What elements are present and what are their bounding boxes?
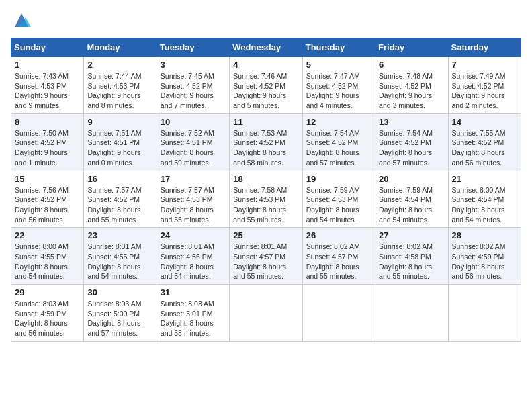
day-number: 17: [161, 174, 226, 184]
day-number: 29: [15, 287, 80, 298]
day-info: Sunrise: 7:43 AM Sunset: 4:53 PM Dayligh…: [15, 71, 80, 111]
calendar-cell: 26 Sunrise: 8:02 AM Sunset: 4:57 PM Dayl…: [302, 228, 375, 285]
calendar-cell: 1 Sunrise: 7:43 AM Sunset: 4:53 PM Dayli…: [11, 57, 84, 114]
calendar-cell: 27 Sunrise: 8:02 AM Sunset: 4:58 PM Dayl…: [375, 228, 448, 285]
day-number: 6: [379, 60, 444, 70]
calendar-cell: 3 Sunrise: 7:45 AM Sunset: 4:52 PM Dayli…: [157, 57, 229, 114]
calendar-cell: 30 Sunrise: 8:03 AM Sunset: 5:00 PM Dayl…: [84, 285, 157, 342]
day-info: Sunrise: 8:03 AM Sunset: 5:01 PM Dayligh…: [161, 299, 226, 338]
day-info: Sunrise: 7:59 AM Sunset: 4:53 PM Dayligh…: [306, 185, 371, 225]
day-number: 11: [233, 117, 298, 127]
day-number: 23: [87, 230, 152, 240]
day-info: Sunrise: 7:45 AM Sunset: 4:52 PM Dayligh…: [161, 71, 226, 111]
day-number: 20: [379, 174, 444, 184]
day-number: 24: [161, 230, 226, 240]
calendar-cell: 22 Sunrise: 8:00 AM Sunset: 4:55 PM Dayl…: [11, 228, 84, 285]
calendar-cell: 4 Sunrise: 7:46 AM Sunset: 4:52 PM Dayli…: [230, 57, 302, 114]
weekday-header-saturday: Saturday: [448, 38, 521, 57]
calendar-cell: 15 Sunrise: 7:56 AM Sunset: 4:52 PM Dayl…: [11, 171, 84, 228]
calendar-cell: 25 Sunrise: 8:01 AM Sunset: 4:57 PM Dayl…: [230, 228, 302, 285]
weekday-header-monday: Monday: [84, 38, 157, 57]
weekday-header-wednesday: Wednesday: [230, 38, 302, 57]
calendar-cell: 24 Sunrise: 8:01 AM Sunset: 4:56 PM Dayl…: [157, 228, 229, 285]
calendar-cell: 16 Sunrise: 7:57 AM Sunset: 4:52 PM Dayl…: [84, 171, 157, 228]
day-info: Sunrise: 8:03 AM Sunset: 4:59 PM Dayligh…: [15, 299, 80, 338]
calendar-cell: 12 Sunrise: 7:54 AM Sunset: 4:52 PM Dayl…: [302, 113, 375, 171]
calendar-cell: 18 Sunrise: 7:58 AM Sunset: 4:53 PM Dayl…: [230, 171, 302, 228]
day-number: 5: [306, 60, 371, 70]
day-info: Sunrise: 7:57 AM Sunset: 4:53 PM Dayligh…: [161, 185, 226, 225]
calendar-cell: 10 Sunrise: 7:52 AM Sunset: 4:51 PM Dayl…: [157, 113, 229, 171]
weekday-header-friday: Friday: [375, 38, 448, 57]
calendar-week-row: 29 Sunrise: 8:03 AM Sunset: 4:59 PM Dayl…: [11, 285, 521, 342]
day-info: Sunrise: 7:44 AM Sunset: 4:53 PM Dayligh…: [87, 71, 152, 111]
calendar-cell: 28 Sunrise: 8:02 AM Sunset: 4:59 PM Dayl…: [448, 228, 521, 285]
calendar-cell: 17 Sunrise: 7:57 AM Sunset: 4:53 PM Dayl…: [157, 171, 229, 228]
calendar-cell: [448, 285, 521, 342]
calendar-cell: 11 Sunrise: 7:53 AM Sunset: 4:52 PM Dayl…: [230, 113, 302, 171]
day-number: 2: [87, 60, 152, 70]
calendar-cell: 19 Sunrise: 7:59 AM Sunset: 4:53 PM Dayl…: [302, 171, 375, 228]
day-info: Sunrise: 8:00 AM Sunset: 4:55 PM Dayligh…: [15, 242, 80, 281]
calendar-cell: [302, 285, 375, 342]
day-info: Sunrise: 7:52 AM Sunset: 4:51 PM Dayligh…: [161, 128, 226, 168]
day-info: Sunrise: 7:51 AM Sunset: 4:51 PM Dayligh…: [87, 128, 152, 168]
calendar-cell: 5 Sunrise: 7:47 AM Sunset: 4:52 PM Dayli…: [302, 57, 375, 114]
day-info: Sunrise: 8:02 AM Sunset: 4:58 PM Dayligh…: [379, 242, 444, 281]
calendar-cell: 7 Sunrise: 7:49 AM Sunset: 4:52 PM Dayli…: [448, 57, 521, 114]
page-header: [11, 11, 521, 30]
calendar-cell: 2 Sunrise: 7:44 AM Sunset: 4:53 PM Dayli…: [84, 57, 157, 114]
day-number: 18: [233, 174, 298, 184]
day-info: Sunrise: 7:57 AM Sunset: 4:52 PM Dayligh…: [87, 185, 152, 225]
day-number: 25: [233, 230, 298, 240]
day-info: Sunrise: 7:47 AM Sunset: 4:52 PM Dayligh…: [306, 71, 371, 111]
day-number: 3: [161, 60, 226, 70]
day-info: Sunrise: 7:54 AM Sunset: 4:52 PM Dayligh…: [379, 128, 444, 168]
day-number: 4: [233, 60, 298, 70]
day-number: 1: [15, 60, 80, 70]
calendar-cell: 14 Sunrise: 7:55 AM Sunset: 4:52 PM Dayl…: [448, 113, 521, 171]
day-info: Sunrise: 8:02 AM Sunset: 4:57 PM Dayligh…: [306, 242, 371, 281]
calendar-cell: [230, 285, 302, 342]
day-info: Sunrise: 7:46 AM Sunset: 4:52 PM Dayligh…: [233, 71, 298, 111]
logo: [11, 11, 31, 30]
day-info: Sunrise: 8:01 AM Sunset: 4:55 PM Dayligh…: [87, 242, 152, 281]
calendar-cell: 13 Sunrise: 7:54 AM Sunset: 4:52 PM Dayl…: [375, 113, 448, 171]
calendar-week-row: 8 Sunrise: 7:50 AM Sunset: 4:52 PM Dayli…: [11, 113, 521, 171]
day-info: Sunrise: 7:50 AM Sunset: 4:52 PM Dayligh…: [15, 128, 80, 168]
day-info: Sunrise: 8:03 AM Sunset: 5:00 PM Dayligh…: [87, 299, 152, 338]
day-number: 19: [306, 174, 371, 184]
day-number: 14: [452, 117, 517, 127]
day-number: 8: [15, 117, 80, 127]
day-number: 28: [452, 230, 517, 240]
weekday-header-row: SundayMondayTuesdayWednesdayThursdayFrid…: [11, 38, 521, 57]
calendar-week-row: 22 Sunrise: 8:00 AM Sunset: 4:55 PM Dayl…: [11, 228, 521, 285]
calendar-cell: 29 Sunrise: 8:03 AM Sunset: 4:59 PM Dayl…: [11, 285, 84, 342]
calendar-cell: 9 Sunrise: 7:51 AM Sunset: 4:51 PM Dayli…: [84, 113, 157, 171]
day-info: Sunrise: 7:56 AM Sunset: 4:52 PM Dayligh…: [15, 185, 80, 225]
day-info: Sunrise: 7:49 AM Sunset: 4:52 PM Dayligh…: [452, 71, 517, 111]
day-info: Sunrise: 8:01 AM Sunset: 4:57 PM Dayligh…: [233, 242, 298, 281]
day-number: 31: [161, 287, 226, 298]
calendar-cell: 8 Sunrise: 7:50 AM Sunset: 4:52 PM Dayli…: [11, 113, 84, 171]
day-info: Sunrise: 8:01 AM Sunset: 4:56 PM Dayligh…: [161, 242, 226, 281]
day-number: 7: [452, 60, 517, 70]
day-number: 30: [87, 287, 152, 298]
day-number: 15: [15, 174, 80, 184]
day-number: 12: [306, 117, 371, 127]
day-info: Sunrise: 7:53 AM Sunset: 4:52 PM Dayligh…: [233, 128, 298, 168]
day-number: 27: [379, 230, 444, 240]
calendar-cell: 20 Sunrise: 7:59 AM Sunset: 4:54 PM Dayl…: [375, 171, 448, 228]
day-number: 16: [87, 174, 152, 184]
calendar-cell: [375, 285, 448, 342]
day-info: Sunrise: 7:48 AM Sunset: 4:52 PM Dayligh…: [379, 71, 444, 111]
day-number: 21: [452, 174, 517, 184]
day-number: 22: [15, 230, 80, 240]
calendar-cell: 6 Sunrise: 7:48 AM Sunset: 4:52 PM Dayli…: [375, 57, 448, 114]
day-number: 9: [87, 117, 152, 127]
day-info: Sunrise: 7:54 AM Sunset: 4:52 PM Dayligh…: [306, 128, 371, 168]
weekday-header-tuesday: Tuesday: [157, 38, 229, 57]
day-info: Sunrise: 7:59 AM Sunset: 4:54 PM Dayligh…: [379, 185, 444, 225]
logo-icon: [12, 11, 31, 30]
calendar-cell: 21 Sunrise: 8:00 AM Sunset: 4:54 PM Dayl…: [448, 171, 521, 228]
